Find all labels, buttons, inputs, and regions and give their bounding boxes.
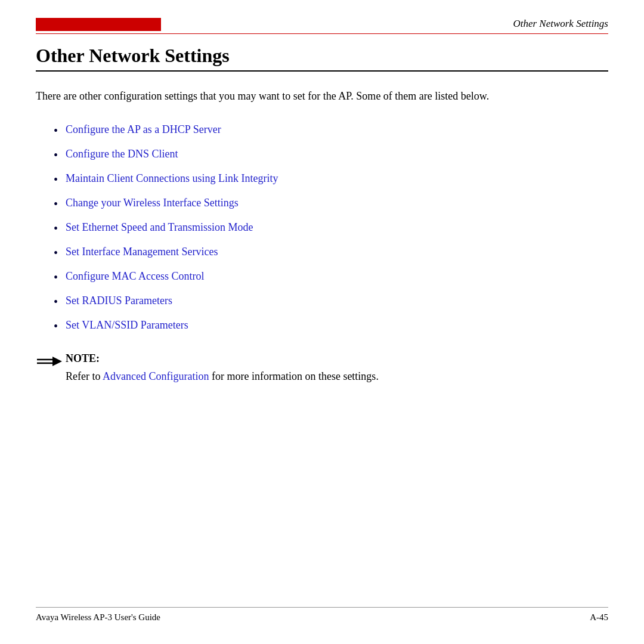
main-content: Other Network Settings There are other c… xyxy=(0,45,644,385)
settings-link-list: Configure the AP as a DHCP Server Config… xyxy=(54,122,608,333)
page: Other Network Settings Other Network Set… xyxy=(0,0,644,644)
note-section: NOTE: Refer to Advanced Configuration fo… xyxy=(36,352,608,385)
note-label: NOTE: xyxy=(66,352,608,365)
title-rule xyxy=(36,70,608,72)
link-link-integrity[interactable]: Maintain Client Connections using Link I… xyxy=(66,172,278,184)
list-item: Set Ethernet Speed and Transmission Mode xyxy=(54,219,608,236)
list-item: Maintain Client Connections using Link I… xyxy=(54,171,608,187)
link-wireless-interface[interactable]: Change your Wireless Interface Settings xyxy=(66,197,239,209)
link-interface-management[interactable]: Set Interface Management Services xyxy=(66,246,218,258)
link-dhcp-server[interactable]: Configure the AP as a DHCP Server xyxy=(66,123,221,135)
footer-left: Avaya Wireless AP-3 User's Guide xyxy=(36,612,160,623)
note-icon xyxy=(36,354,62,373)
link-radius[interactable]: Set RADIUS Parameters xyxy=(66,295,172,306)
link-vlan-ssid[interactable]: Set VLAN/SSID Parameters xyxy=(66,319,188,331)
note-content: NOTE: Refer to Advanced Configuration fo… xyxy=(66,352,608,385)
link-dns-client[interactable]: Configure the DNS Client xyxy=(66,148,178,160)
link-mac-access[interactable]: Configure MAC Access Control xyxy=(66,270,204,282)
red-bar-decoration xyxy=(36,18,161,31)
footer: Avaya Wireless AP-3 User's Guide A-45 xyxy=(36,607,608,623)
list-item: Change your Wireless Interface Settings xyxy=(54,195,608,211)
link-advanced-config[interactable]: Advanced Configuration xyxy=(103,370,209,382)
note-text-after: for more information on these settings. xyxy=(209,370,378,382)
list-item: Configure the DNS Client xyxy=(54,146,608,162)
note-text: Refer to Advanced Configuration for more… xyxy=(66,369,608,385)
chapter-title: Other Network Settings xyxy=(513,18,608,30)
note-text-before: Refer to xyxy=(66,370,103,382)
svg-marker-2 xyxy=(52,357,62,366)
list-item: Set Interface Management Services xyxy=(54,244,608,260)
intro-paragraph: There are other configuration settings t… xyxy=(36,88,608,105)
page-title: Other Network Settings xyxy=(36,45,608,67)
list-item: Configure MAC Access Control xyxy=(54,268,608,284)
link-ethernet-speed[interactable]: Set Ethernet Speed and Transmission Mode xyxy=(66,221,253,233)
header-rule xyxy=(36,33,608,34)
list-item: Set VLAN/SSID Parameters xyxy=(54,317,608,333)
list-item: Set RADIUS Parameters xyxy=(54,293,608,309)
list-item: Configure the AP as a DHCP Server xyxy=(54,122,608,138)
header: Other Network Settings xyxy=(0,0,644,34)
footer-right: A-45 xyxy=(590,612,608,623)
